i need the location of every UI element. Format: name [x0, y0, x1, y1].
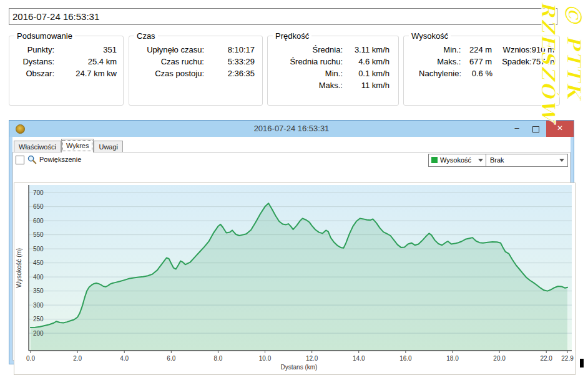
group-row: Czas ruchu:5:33:29	[129, 56, 262, 68]
group-row: Średnia:3.11 km/h	[268, 44, 398, 56]
svg-text:550: 550	[33, 231, 44, 238]
group-value: 351	[54, 44, 123, 56]
group-label: Nachylenie:	[404, 68, 461, 79]
svg-text:22.9: 22.9	[561, 355, 574, 362]
group-value: 5:33:29	[204, 56, 262, 68]
minimize-button[interactable]: –	[507, 121, 526, 137]
tab-strip: WłaściwościWykresUwagi	[14, 139, 123, 152]
group-label: Maks.:	[268, 79, 343, 91]
elevation-chart-svg: 2002503003504004505005506006507000.02.04…	[14, 183, 574, 373]
group-label: Czas ruchu:	[129, 56, 204, 68]
group-rows: Min.:224 mWznios:910 mMaks.:677 mSpadek:…	[404, 44, 559, 79]
series-combobox[interactable]: Wysokość	[428, 154, 487, 167]
tab-page-wykres: Powiększenie Wysokość Brak 2002503003504…	[12, 152, 571, 361]
group-title: Prędkość	[273, 31, 311, 41]
group-rows: Punkty:351Dystans:25.4 kmObszar:24.7 km …	[9, 44, 123, 79]
tab-uwagi[interactable]: Uwagi	[94, 141, 123, 152]
zoom-checkbox[interactable]	[16, 156, 24, 164]
series-color-swatch	[431, 157, 438, 163]
group-label: Min.:	[268, 68, 343, 79]
svg-text:12.0: 12.0	[306, 355, 318, 362]
window-client: WłaściwościWykresUwagi Powiększenie Wyso…	[12, 137, 571, 361]
group-row: Nachylenie:0.6 %	[404, 68, 559, 79]
tab-waciwoci[interactable]: Właściwości	[14, 141, 61, 152]
group-value: 757 m	[532, 56, 559, 68]
svg-text:14.0: 14.0	[353, 355, 365, 362]
group-value: 0.6 %	[461, 68, 492, 79]
zoom-label: Powiększenie	[39, 156, 81, 163]
svg-text:650: 650	[33, 203, 44, 210]
elevation-chart[interactable]: 2002503003504004505005506006507000.02.04…	[14, 182, 576, 375]
group-value: 24.7 km kw	[54, 68, 123, 79]
group-label: Dystans:	[9, 56, 54, 68]
svg-text:4.0: 4.0	[120, 355, 129, 362]
group-title: Podsumowanie	[14, 31, 75, 41]
group-label: Wznios:	[492, 44, 532, 56]
chevron-down-icon	[559, 159, 564, 162]
group-value: 2:36:35	[204, 68, 262, 79]
svg-text:350: 350	[33, 288, 44, 294]
svg-text:450: 450	[33, 259, 44, 266]
group-row: Czas postoju:2:36:35	[129, 68, 262, 79]
svg-text:Dystans (km): Dystans (km)	[281, 364, 318, 371]
svg-text:18.0: 18.0	[446, 355, 459, 362]
window-title: 2016-07-24 16:53:31	[9, 121, 574, 137]
group-value: 25.4 km	[54, 56, 123, 68]
group-value: 224 m	[461, 44, 492, 56]
svg-text:200: 200	[33, 330, 44, 337]
group-label: Spadek:	[492, 56, 532, 68]
svg-text:300: 300	[33, 302, 44, 309]
svg-text:10.0: 10.0	[259, 355, 272, 362]
svg-text:700: 700	[33, 189, 44, 196]
svg-text:Wysokość (m): Wysokość (m)	[16, 248, 22, 288]
svg-text:0.0: 0.0	[26, 355, 35, 362]
chart-toolbar: Powiększenie Wysokość Brak	[13, 153, 569, 168]
series-combobox-value: Wysokość	[440, 156, 471, 164]
group-title: Wysokość	[409, 31, 451, 41]
svg-text:600: 600	[33, 218, 44, 224]
group-row: Dystans:25.4 km	[9, 56, 123, 68]
group-title: Czas	[134, 31, 158, 41]
svg-text:400: 400	[33, 274, 44, 281]
maximize-button[interactable]	[526, 121, 545, 137]
group-row: Min.:0.1 km/h	[268, 68, 398, 79]
group-label: Min.:	[404, 44, 461, 56]
tab-wykres[interactable]: Wykres	[61, 139, 94, 152]
group-value: 677 m	[461, 56, 492, 68]
group-label: Punkty:	[9, 44, 54, 56]
overlay-combobox[interactable]: Brak	[486, 154, 568, 167]
group-czas: Czas Upłynęło czasu:8:10:17Czas ruchu:5:…	[129, 36, 263, 106]
group-rows: Upłynęło czasu:8:10:17Czas ruchu:5:33:29…	[129, 44, 262, 79]
group-rows: Średnia:3.11 km/hŚrednia ruchu:4.6 km/hM…	[268, 44, 398, 91]
copyright-icon: ©	[559, 1, 587, 27]
group-wysokosc: Wysokość Min.:224 mWznios:910 mMaks.:677…	[403, 36, 560, 106]
window-titlebar[interactable]: 2016-07-24 16:53:31 – ✕	[9, 121, 574, 137]
group-label: Czas postoju:	[129, 68, 204, 79]
text-caret-artifact	[580, 359, 584, 368]
group-predkosc: Prędkość Średnia:3.11 km/hŚrednia ruchu:…	[267, 36, 399, 106]
maximize-icon	[532, 126, 539, 132]
track-window: 2016-07-24 16:53:31 – ✕ WłaściwościWykre…	[9, 120, 574, 364]
group-label: Obszar:	[9, 68, 54, 79]
magnifier-icon	[27, 155, 37, 167]
overlay-combobox-value: Brak	[490, 156, 504, 164]
group-value: 0.1 km/h	[343, 68, 398, 79]
group-row: Maks.:11 km/h	[268, 79, 398, 91]
svg-text:22.0: 22.0	[540, 355, 552, 362]
group-value	[532, 68, 559, 79]
group-label: Upłynęło czasu:	[129, 44, 204, 56]
group-label: Średnia:	[268, 44, 343, 56]
group-row: Punkty:351	[9, 44, 123, 56]
group-row: Średnia ruchu:4.6 km/h	[268, 56, 398, 68]
group-value: 11 km/h	[343, 79, 398, 91]
group-podsumowanie: Podsumowanie Punkty:351Dystans:25.4 kmOb…	[9, 36, 124, 106]
svg-text:500: 500	[33, 246, 44, 252]
svg-text:6.0: 6.0	[167, 355, 175, 362]
svg-text:8.0: 8.0	[213, 355, 222, 362]
close-button[interactable]: ✕	[546, 121, 574, 137]
chevron-down-icon	[478, 159, 483, 162]
group-value: 8:10:17	[204, 44, 262, 56]
date-input[interactable]: 2016-07-24 16:53:31	[9, 8, 557, 25]
group-label: Maks.:	[404, 56, 461, 68]
svg-text:20.0: 20.0	[493, 355, 506, 362]
